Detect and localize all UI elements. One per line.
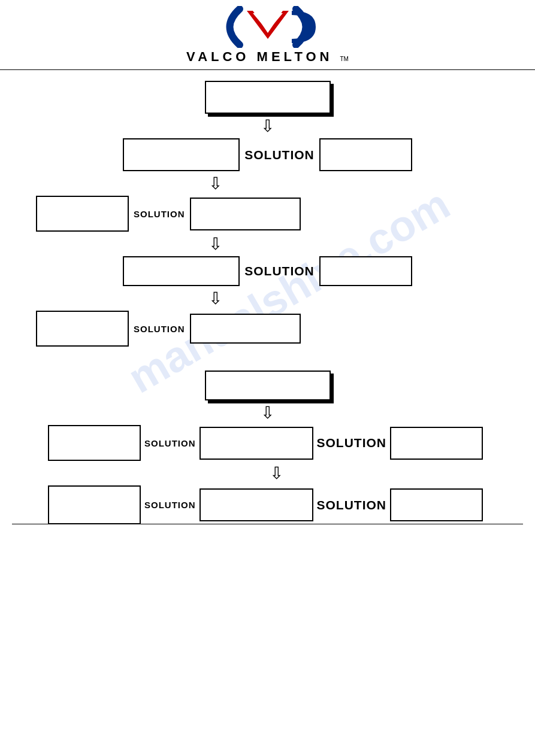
svg-marker-0 bbox=[247, 11, 289, 39]
s1-solution-1: SOLUTION bbox=[244, 148, 315, 162]
s1-box2-right bbox=[319, 138, 412, 171]
s2-box2-main bbox=[200, 427, 313, 460]
s2-box3-main bbox=[200, 488, 313, 521]
s1-solution-2: SOLUTION bbox=[134, 209, 185, 219]
s1-solution-3: SOLUTION bbox=[244, 264, 315, 278]
s2-row3: SOLUTION SOLUTION bbox=[12, 485, 523, 524]
trademark: TM bbox=[340, 56, 348, 62]
s2-row1 bbox=[12, 371, 523, 400]
s1-box4-main bbox=[123, 256, 240, 286]
s2-solution-left-2: SOLUTION bbox=[144, 500, 196, 510]
arrow3: ⇩ bbox=[12, 234, 523, 254]
s2-box2-right bbox=[390, 427, 483, 460]
s1-box5-left bbox=[36, 311, 129, 347]
s1-box3-left bbox=[36, 196, 129, 232]
header: VALCO MELTON TM bbox=[0, 0, 535, 75]
s1-solution-4: SOLUTION bbox=[134, 324, 185, 334]
s1-box3-main bbox=[190, 198, 301, 230]
logo-svg bbox=[199, 6, 337, 48]
s2-box2-left bbox=[48, 425, 141, 461]
logo: VALCO MELTON TM bbox=[186, 6, 349, 65]
s2-solution-left-1: SOLUTION bbox=[144, 438, 196, 448]
s1-box5-main bbox=[190, 314, 301, 344]
main-content: manualshive.com ⇩ SOLUTION ⇩ SOLUTION bbox=[0, 75, 535, 536]
s2-row2: SOLUTION SOLUTION bbox=[12, 425, 523, 461]
section1-flow: ⇩ SOLUTION ⇩ SOLUTION ⇩ SOLUTION bbox=[12, 81, 523, 347]
s2-arrow1: ⇩ bbox=[12, 403, 523, 423]
section2-flow: ⇩ SOLUTION SOLUTION ⇩ SOLUTION SOLUTION bbox=[12, 371, 523, 524]
arrow4: ⇩ bbox=[12, 289, 523, 308]
s2-solution-right-2: SOLUTION bbox=[317, 498, 387, 512]
s1-box4-right bbox=[319, 256, 412, 286]
s1-box1 bbox=[205, 81, 331, 114]
s2-solution-right-1: SOLUTION bbox=[317, 436, 387, 450]
s1-box2-main bbox=[123, 138, 240, 171]
s1-row3: SOLUTION bbox=[12, 196, 523, 232]
s1-row2: SOLUTION bbox=[12, 138, 523, 171]
arrow2: ⇩ bbox=[12, 174, 523, 193]
s1-row5: SOLUTION bbox=[12, 311, 523, 347]
arrow1: ⇩ bbox=[12, 116, 523, 136]
s2-box3-left bbox=[48, 485, 141, 524]
s1-row4: SOLUTION bbox=[12, 256, 523, 286]
header-divider bbox=[0, 69, 535, 70]
s1-row1 bbox=[12, 81, 523, 114]
s2-box3-right bbox=[390, 488, 483, 521]
brand-name: VALCO MELTON bbox=[186, 49, 333, 65]
s2-arrow2: ⇩ bbox=[12, 463, 523, 483]
s2-box1 bbox=[205, 371, 331, 400]
